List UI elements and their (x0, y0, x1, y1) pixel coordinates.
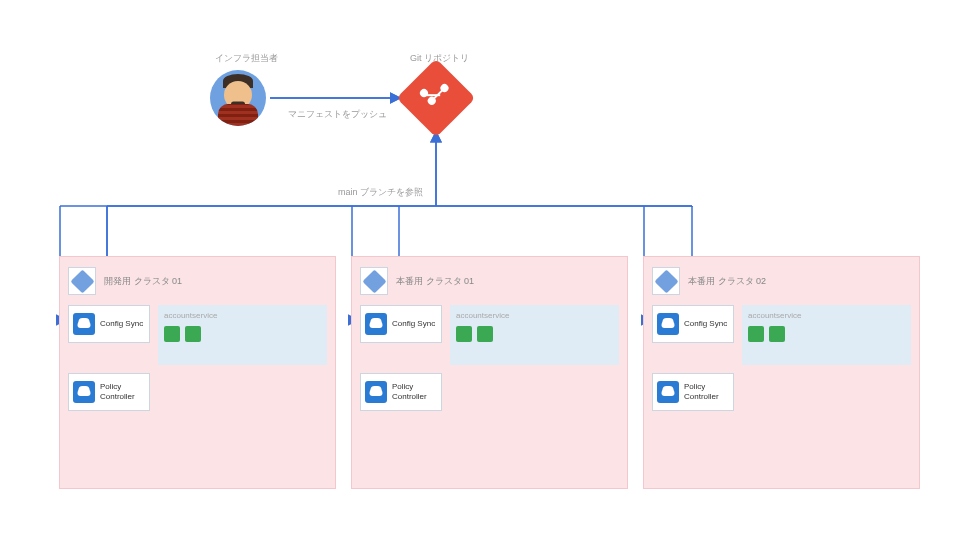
pod-icon (477, 326, 493, 342)
policy-controller-card: Policy Controller (68, 373, 150, 411)
actor-label: インフラ担当者 (215, 52, 278, 65)
service-accountservice: accountservice (158, 305, 327, 365)
git-repo-icon (408, 70, 464, 126)
cluster-title: 開発用 クラスタ 01 (104, 275, 182, 288)
push-label: マニフェストをプッシュ (288, 108, 387, 121)
cloud-icon (73, 381, 95, 403)
cloud-icon (657, 381, 679, 403)
cloud-icon (365, 313, 387, 335)
config-sync-card: Config Sync (360, 305, 442, 343)
cluster-title: 本番用 クラスタ 02 (688, 275, 766, 288)
pod-icon (185, 326, 201, 342)
config-sync-card: Config Sync (652, 305, 734, 343)
policy-controller-card: Policy Controller (360, 373, 442, 411)
cloud-icon (73, 313, 95, 335)
cluster-title: 本番用 クラスタ 01 (396, 275, 474, 288)
policy-controller-card: Policy Controller (652, 373, 734, 411)
pod-icon (164, 326, 180, 342)
kubernetes-icon (360, 267, 388, 295)
infra-actor-icon (210, 70, 266, 126)
cloud-icon (365, 381, 387, 403)
cloud-icon (657, 313, 679, 335)
cluster-prod-02: 本番用 クラスタ 02 Config Sync accountservice P… (643, 256, 920, 489)
service-accountservice: accountservice (450, 305, 619, 365)
kubernetes-icon (68, 267, 96, 295)
ref-label: main ブランチを参照 (338, 186, 423, 199)
cluster-dev-01: 開発用 クラスタ 01 Config Sync accountservice P… (59, 256, 336, 489)
pod-icon (769, 326, 785, 342)
cluster-prod-01: 本番用 クラスタ 01 Config Sync accountservice P… (351, 256, 628, 489)
config-sync-card: Config Sync (68, 305, 150, 343)
pod-icon (748, 326, 764, 342)
kubernetes-icon (652, 267, 680, 295)
service-accountservice: accountservice (742, 305, 911, 365)
pod-icon (456, 326, 472, 342)
